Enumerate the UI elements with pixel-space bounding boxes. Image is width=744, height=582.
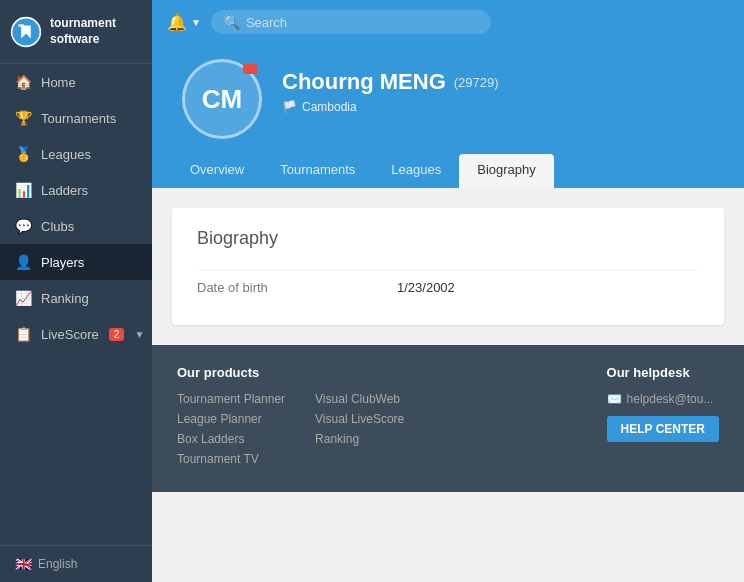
tab-overview[interactable]: Overview bbox=[172, 154, 262, 188]
avatar: CM bbox=[182, 59, 262, 139]
player-name: Chourng MENG (29729) bbox=[282, 69, 499, 95]
player-header: CM Chourng MENG (29729) 🏳️ Cambodia bbox=[152, 44, 744, 139]
sidebar-item-ranking[interactable]: 📈 Ranking bbox=[0, 280, 152, 316]
tab-biography[interactable]: Biography bbox=[459, 154, 554, 188]
bio-row-dob: Date of birth 1/23/2002 bbox=[197, 269, 699, 305]
uk-flag-icon: 🇬🇧 bbox=[15, 556, 32, 572]
search-input[interactable] bbox=[246, 15, 479, 30]
footer-link-visual-clubweb[interactable]: Visual ClubWeb bbox=[315, 392, 404, 406]
biography-title: Biography bbox=[197, 228, 699, 249]
sidebar-item-livescore[interactable]: 📋 LiveScore 2 ▼ bbox=[0, 316, 152, 352]
home-icon: 🏠 bbox=[15, 74, 31, 90]
sidebar-nav: 🏠 Home 🏆 Tournaments 🥇 Leagues 📊 Ladders… bbox=[0, 64, 152, 545]
sidebar-item-home-label: Home bbox=[41, 75, 137, 90]
help-center-button[interactable]: HELP CENTER bbox=[607, 416, 719, 442]
helpdesk-email-text: helpdesk@tou... bbox=[627, 392, 714, 406]
sidebar-item-players[interactable]: 👤 Players bbox=[0, 244, 152, 280]
footer-link-league-planner[interactable]: League Planner bbox=[177, 412, 285, 426]
logo-area: tournament software bbox=[0, 0, 152, 64]
search-bar: 🔍 bbox=[211, 10, 491, 34]
footer-link-tournament-planner[interactable]: Tournament Planner bbox=[177, 392, 285, 406]
top-bar: 🔔 ▼ 🔍 bbox=[152, 0, 744, 44]
logo-icon bbox=[10, 16, 42, 48]
dob-label: Date of birth bbox=[197, 280, 397, 295]
player-full-name: Chourng MENG bbox=[282, 69, 446, 95]
sidebar-item-home[interactable]: 🏠 Home bbox=[0, 64, 152, 100]
footer-link-tournament-tv[interactable]: Tournament TV bbox=[177, 452, 285, 466]
player-country: 🏳️ Cambodia bbox=[282, 100, 499, 114]
sidebar-item-tournaments[interactable]: 🏆 Tournaments bbox=[0, 100, 152, 136]
country-flag-icon: 🏳️ bbox=[282, 100, 297, 114]
flag-badge bbox=[243, 64, 257, 74]
search-icon: 🔍 bbox=[223, 14, 240, 30]
sidebar-item-ladders[interactable]: 📊 Ladders bbox=[0, 172, 152, 208]
livescore-icon: 📋 bbox=[15, 326, 31, 342]
tab-tournaments[interactable]: Tournaments bbox=[262, 154, 373, 188]
players-icon: 👤 bbox=[15, 254, 31, 270]
ladders-icon: 📊 bbox=[15, 182, 31, 198]
email-icon: ✉️ bbox=[607, 392, 622, 406]
footer: Our products Tournament Planner League P… bbox=[152, 345, 744, 492]
dob-value: 1/23/2002 bbox=[397, 280, 455, 295]
sidebar-item-leagues[interactable]: 🥇 Leagues bbox=[0, 136, 152, 172]
chevron-bell-icon: ▼ bbox=[191, 17, 201, 28]
sidebar: tournament software 🏠 Home 🏆 Tournaments… bbox=[0, 0, 152, 582]
footer-helpdesk-col: Our helpdesk ✉️ helpdesk@tou... HELP CEN… bbox=[607, 365, 719, 472]
footer-helpdesk-title: Our helpdesk bbox=[607, 365, 719, 380]
footer-link-visual-livescore[interactable]: Visual LiveScore bbox=[315, 412, 404, 426]
sidebar-item-clubs[interactable]: 💬 Clubs bbox=[0, 208, 152, 244]
content-area: Biography Date of birth 1/23/2002 Our pr… bbox=[152, 188, 744, 582]
language-label: English bbox=[38, 557, 77, 571]
clubs-icon: 💬 bbox=[15, 218, 31, 234]
sidebar-item-ladders-label: Ladders bbox=[41, 183, 137, 198]
tabs: Overview Tournaments Leagues Biography bbox=[152, 139, 744, 188]
tournaments-icon: 🏆 bbox=[15, 110, 31, 126]
player-info: Chourng MENG (29729) 🏳️ Cambodia bbox=[282, 59, 499, 114]
footer-products-col: Our products Tournament Planner League P… bbox=[177, 365, 285, 472]
sidebar-item-livescore-label: LiveScore bbox=[41, 327, 99, 342]
sidebar-item-ranking-label: Ranking bbox=[41, 291, 137, 306]
avatar-initials: CM bbox=[202, 84, 242, 115]
bell-area[interactable]: 🔔 ▼ bbox=[167, 13, 201, 32]
sidebar-item-players-label: Players bbox=[41, 255, 137, 270]
biography-card: Biography Date of birth 1/23/2002 bbox=[172, 208, 724, 325]
player-id: (29729) bbox=[454, 75, 499, 90]
footer-products-title: Our products bbox=[177, 365, 285, 380]
logo-text: tournament software bbox=[50, 16, 116, 47]
sidebar-item-clubs-label: Clubs bbox=[41, 219, 137, 234]
country-name: Cambodia bbox=[302, 100, 357, 114]
livescore-badge: 2 bbox=[109, 328, 125, 341]
main-content: 🔔 ▼ 🔍 CM Chourng MENG (29729) 🏳️ Cambodi… bbox=[152, 0, 744, 582]
sidebar-item-tournaments-label: Tournaments bbox=[41, 111, 137, 126]
leagues-icon: 🥇 bbox=[15, 146, 31, 162]
language-selector[interactable]: 🇬🇧 English bbox=[0, 545, 152, 582]
footer-link-ranking[interactable]: Ranking bbox=[315, 432, 404, 446]
chevron-down-icon: ▼ bbox=[134, 329, 144, 340]
sidebar-item-leagues-label: Leagues bbox=[41, 147, 137, 162]
helpdesk-email: ✉️ helpdesk@tou... bbox=[607, 392, 719, 406]
footer-more-products-col: Visual ClubWeb Visual LiveScore Ranking bbox=[315, 365, 404, 472]
tab-leagues[interactable]: Leagues bbox=[373, 154, 459, 188]
ranking-icon: 📈 bbox=[15, 290, 31, 306]
footer-link-box-ladders[interactable]: Box Ladders bbox=[177, 432, 285, 446]
bell-icon: 🔔 bbox=[167, 13, 187, 32]
svg-rect-1 bbox=[18, 24, 24, 27]
